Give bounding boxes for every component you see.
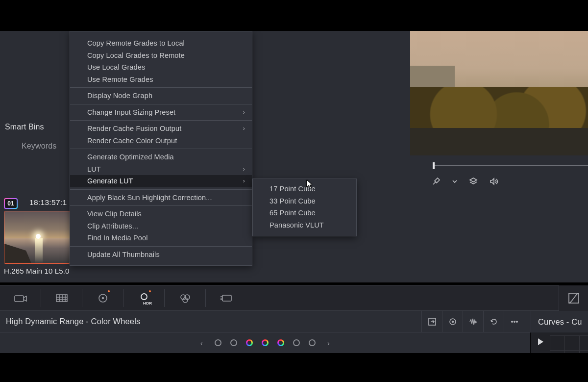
menu-item-label: Generate Optimized Media xyxy=(87,153,174,161)
menu-item-render-cache-fusion[interactable]: Render Cache Fusion Output› xyxy=(70,123,252,135)
curves-grid[interactable] xyxy=(550,335,588,353)
panel-title: High Dynamic Range - Color Wheels xyxy=(6,317,140,326)
panel-header: High Dynamic Range - Color Wheels xyxy=(0,311,588,332)
waveform-icon[interactable] xyxy=(463,311,483,332)
menu-item-label: Change Input Sizing Preset xyxy=(87,108,175,116)
next-page-button[interactable]: › xyxy=(324,339,333,347)
menu-separator xyxy=(70,205,252,206)
menu-item-label: Use Remote Grades xyxy=(87,76,153,83)
volume-icon[interactable] xyxy=(489,177,499,186)
menu-item-use-remote-grades[interactable]: Use Remote Grades xyxy=(70,74,252,86)
viewer-toolbar xyxy=(431,177,499,186)
svg-point-14 xyxy=(514,321,515,322)
submenu-arrow-icon: › xyxy=(243,125,245,132)
motion-effects-button[interactable] xyxy=(206,285,247,311)
color-wheels-button[interactable] xyxy=(82,285,123,311)
menu-item-copy-local-to-remote[interactable]: Copy Local Grades to Remote xyxy=(70,50,252,62)
menu-item-label: Render Cache Color Output xyxy=(87,137,177,145)
menu-item-change-input-sizing-preset[interactable]: Change Input Sizing Preset› xyxy=(70,106,252,119)
menu-item-label: Apply Black Sun Highlight Correction... xyxy=(87,194,212,202)
menu-item-label: 33 Point Cube xyxy=(270,197,316,205)
menu-item-label: 65 Point Cube xyxy=(270,209,316,217)
indicator-dot-icon xyxy=(108,290,110,292)
viewer-scrubber[interactable] xyxy=(433,162,588,169)
curves-tool-button[interactable] xyxy=(559,285,588,311)
menu-item-label: Display Node Graph xyxy=(87,92,152,100)
clip-timecode: 18:13:57:1 xyxy=(29,198,67,207)
menu-item-label: 17 Point Cube xyxy=(270,185,316,193)
svg-point-15 xyxy=(516,321,517,322)
letterbox-bottom xyxy=(0,353,588,382)
scrubber-track xyxy=(433,165,588,166)
submenu-arrow-icon: › xyxy=(243,166,245,173)
letterbox-top xyxy=(0,0,588,31)
layers-icon[interactable] xyxy=(468,177,478,186)
menu-item-use-local-grades[interactable]: Use Local Grades xyxy=(70,61,252,74)
submenu-arrow-icon: › xyxy=(243,109,245,116)
menu-item-copy-remote-to-local[interactable]: Copy Remote Grades to Local xyxy=(70,37,252,50)
rgb-mixer-button[interactable] xyxy=(165,285,206,311)
page-dot[interactable] xyxy=(309,339,316,346)
thumbnail-art xyxy=(36,234,41,239)
color-match-button[interactable] xyxy=(41,285,82,311)
more-icon[interactable] xyxy=(504,311,524,332)
menu-item-update-thumbnails[interactable]: Update All Thumbnails xyxy=(70,249,252,261)
menu-item-display-node-graph[interactable]: Display Node Graph xyxy=(70,90,252,102)
svg-point-3 xyxy=(102,298,104,299)
hdr-wheels-button[interactable]: HDR xyxy=(123,285,165,311)
menu-item-find-in-media-pool[interactable]: Find In Media Pool xyxy=(70,232,252,244)
wheel-page-nav: ‹ › xyxy=(0,332,530,353)
submenu-item-65-point-cube[interactable]: 65 Point Cube xyxy=(253,207,356,219)
menu-item-generate-optimized-media[interactable]: Generate Optimized Media xyxy=(70,151,252,163)
page-dot-active[interactable] xyxy=(262,339,269,346)
submenu-item-17-point-cube[interactable]: 17 Point Cube xyxy=(253,183,356,195)
smart-bins-header[interactable]: Smart Bins xyxy=(5,123,44,131)
play-icon[interactable] xyxy=(538,338,543,345)
page-dot[interactable] xyxy=(215,339,221,346)
menu-item-generate-lut[interactable]: Generate LUT› xyxy=(70,175,252,187)
clip-index-badge[interactable]: 01 xyxy=(4,198,18,209)
chevron-down-icon[interactable] xyxy=(452,177,458,186)
menu-item-label: Copy Remote Grades to Local xyxy=(87,39,185,47)
menu-separator xyxy=(70,246,252,247)
submenu-item-33-point-cube[interactable]: 33 Point Cube xyxy=(253,195,356,207)
color-page-toolbar: HDR xyxy=(0,285,588,311)
clip-index-number: 01 xyxy=(5,199,17,208)
hdr-sublabel: HDR xyxy=(143,301,152,306)
menu-separator xyxy=(70,189,252,190)
preview-art xyxy=(410,128,588,155)
page-dot[interactable] xyxy=(230,339,237,346)
menu-item-label: View Clip Details xyxy=(87,210,142,218)
camera-raw-button[interactable] xyxy=(0,285,41,311)
scrubber-handle[interactable] xyxy=(433,162,435,169)
submenu-arrow-icon: › xyxy=(243,178,245,184)
reset-icon[interactable] xyxy=(483,311,504,332)
viewer-preview[interactable] xyxy=(410,31,588,155)
menu-item-render-cache-color[interactable]: Render Cache Color Output xyxy=(70,135,252,147)
menu-item-view-clip-details[interactable]: View Clip Details xyxy=(70,208,252,220)
page-dot[interactable] xyxy=(293,339,300,346)
menu-item-clip-attributes[interactable]: Clip Attributes... xyxy=(70,220,252,232)
clip-format-label: H.265 Main 10 L5.0 xyxy=(4,267,70,275)
menu-item-label: Update All Thumbnails xyxy=(87,251,160,258)
context-submenu-generate-lut: 17 Point Cube 33 Point Cube 65 Point Cub… xyxy=(252,178,357,236)
clip-thumbnail[interactable] xyxy=(4,211,70,264)
menu-item-label: Clip Attributes... xyxy=(87,222,138,230)
menu-item-label: Render Cache Fusion Output xyxy=(87,125,181,132)
page-dot-active[interactable] xyxy=(246,339,253,346)
page-dot-active[interactable] xyxy=(277,339,284,346)
svg-point-4 xyxy=(141,294,147,300)
prev-page-button[interactable]: ‹ xyxy=(197,339,206,347)
submenu-item-panasonic-vlut[interactable]: Panasonic VLUT xyxy=(253,219,356,231)
picker-icon[interactable] xyxy=(431,177,441,186)
svg-point-12 xyxy=(452,321,453,323)
expand-icon[interactable] xyxy=(421,311,442,332)
keywords-item[interactable]: Keywords xyxy=(22,142,56,151)
svg-rect-0 xyxy=(15,296,24,302)
menu-separator xyxy=(70,120,252,121)
curves-panel-title: Curves - Cu xyxy=(531,311,588,332)
menu-item-label: Generate LUT xyxy=(87,177,133,185)
menu-item-black-sun-correction[interactable]: Apply Black Sun Highlight Correction... xyxy=(70,192,252,204)
target-icon[interactable] xyxy=(442,311,463,332)
menu-item-lut[interactable]: LUT› xyxy=(70,163,252,176)
